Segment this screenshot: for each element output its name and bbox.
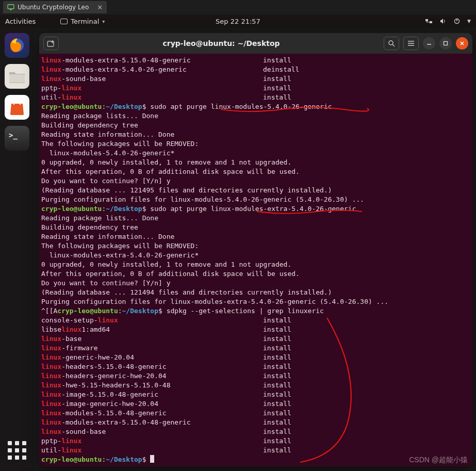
hamburger-menu[interactable] <box>403 37 419 50</box>
close-icon <box>459 41 465 46</box>
terminal-app-icon <box>60 19 68 24</box>
dock-firefox[interactable] <box>5 33 29 58</box>
gnome-top-bar: Activities Terminal ▾ Sep 22 21:57 ▼ <box>0 14 476 28</box>
vm-tab-label: Ubuntu Cryptology Leo <box>18 4 89 11</box>
dock-files[interactable] <box>5 64 29 89</box>
svg-rect-2 <box>425 19 428 21</box>
minimize-icon <box>426 41 432 46</box>
power-icon <box>454 18 460 24</box>
svg-point-11 <box>389 41 393 45</box>
search-button[interactable] <box>384 37 399 50</box>
search-icon <box>388 40 395 47</box>
minimize-button[interactable] <box>423 37 435 50</box>
dock-software[interactable] <box>5 95 29 120</box>
vm-tab[interactable]: Ubuntu Cryptology Leo ✕ <box>3 1 107 13</box>
volume-icon <box>440 18 447 24</box>
network-icon <box>425 18 433 24</box>
new-tab-icon <box>47 40 55 47</box>
svg-rect-1 <box>10 9 12 10</box>
svg-rect-0 <box>8 5 14 9</box>
close-button[interactable] <box>456 37 468 50</box>
chevron-down-icon: ▾ <box>102 19 105 24</box>
watermark: CSDN @超能小猿 <box>409 456 468 465</box>
shopping-bag-icon <box>9 99 25 116</box>
active-app-menu[interactable]: Terminal ▾ <box>60 18 105 25</box>
maximize-icon <box>443 41 448 46</box>
dock <box>0 28 34 471</box>
clock[interactable]: Sep 22 21:57 <box>216 18 260 25</box>
dock-terminal[interactable] <box>5 126 29 151</box>
window-titlebar: cryp-leo@ubuntu: ~/Desktop <box>39 33 472 54</box>
hamburger-icon <box>407 40 415 46</box>
chevron-down-icon: ▼ <box>467 19 471 24</box>
terminal-window: cryp-leo@ubuntu: ~/Desktop linux-modules… <box>39 33 472 466</box>
show-applications[interactable] <box>8 441 26 460</box>
annotation-curve <box>297 316 380 465</box>
new-tab-button[interactable] <box>43 37 59 50</box>
svg-rect-3 <box>430 21 432 23</box>
maximize-button[interactable] <box>439 37 452 50</box>
firefox-icon <box>8 36 26 55</box>
files-icon <box>8 69 26 84</box>
terminal-body[interactable]: linux-modules-extra-5.15.0-48-genericins… <box>39 54 472 466</box>
active-app-label: Terminal <box>71 18 99 25</box>
system-status-area[interactable]: ▼ <box>425 18 471 24</box>
svg-rect-7 <box>9 74 25 83</box>
window-title: cryp-leo@ubuntu: ~/Desktop <box>63 39 380 47</box>
activities-button[interactable]: Activities <box>5 18 36 25</box>
svg-line-12 <box>392 44 395 46</box>
vm-tab-bar: Ubuntu Cryptology Leo ✕ <box>0 0 476 14</box>
vm-monitor-icon <box>7 4 14 10</box>
svg-rect-17 <box>444 42 448 45</box>
close-icon[interactable]: ✕ <box>97 4 103 11</box>
